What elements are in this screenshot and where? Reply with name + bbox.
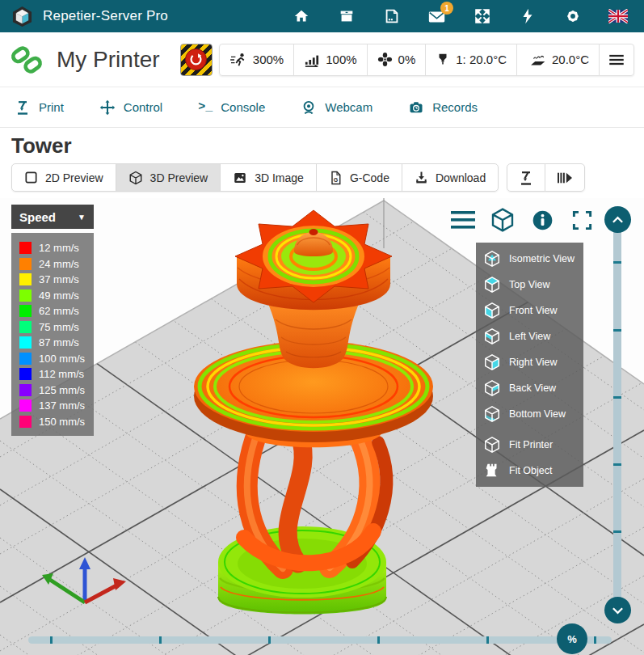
flow-bars-icon (304, 53, 320, 67)
printer-connected-chain-icon (10, 43, 44, 77)
job-title: Tower (0, 128, 644, 163)
tab-control[interactable]: Control (99, 99, 162, 116)
printer-name: My Printer (57, 47, 160, 73)
menu-item-isometric-view[interactable]: Isometric View (476, 246, 583, 272)
library-box-icon[interactable] (337, 6, 356, 26)
menu-item-bottom-view[interactable]: Bottom View (476, 401, 583, 427)
extruder-icon (436, 52, 450, 67)
percent-label: % (567, 633, 577, 645)
legend-item: 12 mm/s (19, 240, 94, 256)
left-face-cube-icon (483, 328, 501, 345)
extruder-temp-button[interactable]: 1: 20.0°C (425, 44, 517, 76)
tab-console[interactable]: >_ Console (198, 100, 265, 114)
view-cube-icon[interactable] (489, 206, 516, 234)
fan-speed-button[interactable]: 0% (367, 44, 427, 76)
speed-runner-icon (229, 53, 247, 67)
speed-legend: Speed ▼ 12 mm/s 24 mm/s 37 mm/s 49 mm/s … (11, 205, 94, 436)
menu-item-fit-printer[interactable]: Fit Printer (476, 432, 583, 458)
gcode-3d-viewport[interactable]: Speed ▼ 12 mm/s 24 mm/s 37 mm/s 49 mm/s … (0, 198, 644, 655)
viewer-menu-icon[interactable] (449, 206, 477, 234)
progress-slider[interactable] (28, 636, 612, 644)
legend-item: 87 mm/s (19, 335, 94, 351)
connections-bolt-icon[interactable] (518, 6, 537, 26)
subtab-gcode[interactable]: G G-Code (316, 163, 402, 192)
legend-item: 37 mm/s (19, 272, 94, 288)
slider-tick (268, 636, 271, 644)
fan-value: 0% (398, 53, 416, 66)
tab-control-label: Control (124, 100, 162, 114)
legend-swatch (19, 321, 32, 333)
bottom-face-cube-icon (483, 405, 501, 423)
percent-mode-button[interactable]: % (557, 623, 587, 654)
language-flag-icon[interactable] (608, 6, 628, 26)
legend-swatch (19, 289, 32, 302)
printer-header: My Printer 300% 100% (0, 32, 644, 87)
legend-list: 12 mm/s 24 mm/s 37 mm/s 49 mm/s 62 mm/s … (11, 233, 94, 436)
legend-item: 150 mm/s (19, 414, 94, 430)
tab-console-label: Console (221, 100, 265, 114)
home-icon[interactable] (292, 6, 311, 26)
tab-print[interactable]: Print (15, 99, 64, 116)
emergency-stop-button[interactable] (180, 44, 213, 76)
send-to-printer-button[interactable] (507, 163, 545, 192)
speed-value: 300% (253, 53, 284, 66)
legend-item: 49 mm/s (19, 288, 94, 304)
svg-text:G: G (334, 176, 339, 183)
slider-tick (613, 329, 621, 332)
subtab-gcode-label: G-Code (350, 171, 389, 184)
subtab-3d-preview[interactable]: 3D Preview (116, 163, 221, 192)
info-icon[interactable] (528, 206, 556, 234)
slider-tick (486, 636, 489, 644)
menu-item-left-view[interactable]: Left View (476, 323, 583, 349)
layer-up-button[interactable] (604, 206, 631, 233)
settings-gear-icon[interactable] (563, 6, 583, 26)
subtab-2d-preview[interactable]: 2D Preview (11, 163, 116, 192)
tab-records[interactable]: Records (408, 99, 478, 116)
slider-tick (613, 261, 621, 264)
slider-tick (377, 636, 380, 644)
top-navbar: Repetier-Server Pro 1 (0, 0, 644, 32)
isometric-cube-icon (483, 250, 501, 268)
legend-swatch (19, 258, 32, 270)
tab-webcam-label: Webcam (325, 100, 373, 114)
slider-tick (50, 636, 53, 644)
legend-item: 100 mm/s (19, 351, 94, 367)
printer-menu-button[interactable] (599, 44, 634, 76)
right-face-cube-icon (483, 353, 501, 371)
menu-item-front-view[interactable]: Front View (476, 298, 583, 323)
subtab-3d-image[interactable]: 3D Image (220, 163, 317, 192)
tab-webcam[interactable]: Webcam (301, 99, 373, 116)
legend-swatch (19, 336, 32, 349)
layer-down-button[interactable] (604, 597, 631, 623)
bed-temp-button[interactable]: 20.0°C (516, 44, 600, 76)
legend-swatch (19, 368, 32, 380)
menu-item-right-view[interactable]: Right View (476, 349, 583, 375)
layer-animation-button[interactable] (545, 163, 585, 192)
control-arrows-icon (99, 99, 116, 116)
legend-item: 75 mm/s (19, 319, 94, 336)
extruder-temp-value: 1: 20.0°C (456, 53, 507, 66)
speed-multiplier-button[interactable]: 300% (219, 44, 294, 76)
legend-mode-dropdown[interactable]: Speed ▼ (11, 205, 94, 229)
tab-print-label: Print (39, 100, 64, 114)
subtab-download[interactable]: Download (402, 163, 499, 192)
menu-item-top-view[interactable]: Top View (476, 272, 583, 298)
download-icon (415, 171, 428, 184)
legend-item: 125 mm/s (19, 382, 94, 399)
manuals-book-icon[interactable] (382, 6, 402, 26)
legend-swatch (19, 242, 32, 254)
fullscreen-icon[interactable] (568, 206, 596, 234)
menu-item-back-view[interactable]: Back View (476, 375, 583, 401)
layer-slider[interactable] (613, 219, 621, 611)
expand-arrows-icon[interactable] (473, 6, 492, 26)
layers-play-icon (556, 171, 574, 185)
legend-item: 62 mm/s (19, 303, 94, 319)
slider-tick (594, 636, 596, 644)
messages-mail-icon[interactable]: 1 (427, 6, 447, 26)
printer-tabs: Print Control >_ Console Webcam Records (0, 87, 644, 128)
app-title: Repetier-Server Pro (43, 8, 168, 24)
flow-multiplier-button[interactable]: 100% (293, 44, 367, 76)
menu-item-fit-object[interactable]: Fit Object (476, 458, 583, 484)
square-2d-icon (24, 171, 38, 184)
slider-tick (159, 636, 162, 644)
